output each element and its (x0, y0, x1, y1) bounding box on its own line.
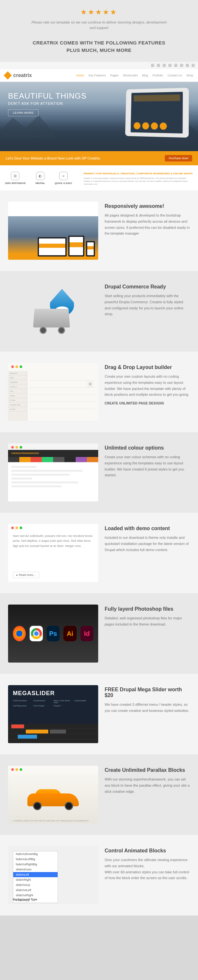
hero-image: BEAUTIFUL THINGS DON'T ASK FOR ATTENTION… (0, 82, 198, 151)
hero-heading: BEAUTIFUL THINGS (8, 92, 87, 100)
timeline (8, 724, 98, 743)
feature-commerce: Drupal Commerce Ready Start selling your… (0, 271, 198, 352)
feature-title: FREE Drupal Mega Slider worth $20 (105, 687, 190, 698)
bg-type-label: Background Type (13, 898, 37, 901)
feature-extra: CREATE UNLIMITED PAGE DESIGNS (105, 401, 190, 405)
feature-mega-slider: MEGASLIDER CSS3 AnimationCrossbrowserEas… (0, 674, 198, 754)
hero-subheading: DON'T ASK FOR ATTENTION (8, 102, 87, 105)
cms-logo: CMSSUPERHEROES (8, 450, 98, 457)
feature-desc: Detailed, well organised photoshop files… (105, 615, 190, 627)
logo-text: creatrix (13, 73, 32, 78)
feature-title: Responsively awesome! (105, 204, 190, 209)
rating-stars: ★★★★★ (6, 8, 192, 16)
main-title: CREATRIX COMES WITH THE FOLLOWING FEATUR… (0, 36, 198, 62)
indesign-icon: Id (81, 626, 93, 641)
color-swatches (8, 457, 98, 462)
feature-title: Unlimted colour options (105, 445, 190, 451)
illustrator-icon: Ai (63, 626, 76, 641)
page-header: ★★★★★ Please rate our template so we can… (0, 0, 198, 36)
feature-animated-blocks: fadeOutDownBig fadeOutLeftBig fadeOutRig… (0, 835, 198, 916)
feature-desc: All pages designed & developed to the bo… (105, 212, 190, 237)
feature-icon-drupal: ◐ DRUPAL (35, 172, 45, 186)
megaslider-title: MEGASLIDER (13, 690, 55, 697)
feature-demo-content: Nam sed dui sollicitudin, posuere nisl n… (0, 513, 198, 593)
cta-bar: Let's Give Your Website a Brand New Look… (0, 151, 198, 165)
read-more-button[interactable]: ▸ Read more... (13, 572, 39, 578)
layout-builder-preview: BlueprintTitleTemplateFaviconTopShow# Ti… (8, 363, 98, 421)
feature-title: Loaded with demo content (105, 526, 190, 531)
demo-content-preview: Nam sed dui sollicitudin, posuere nisl n… (8, 524, 98, 582)
responsive-preview (8, 202, 98, 260)
feature-desc: We have created 3 differnet menu / heade… (105, 702, 190, 713)
nav-links: HomeKey FeaturesPagesShortcodesBlogPortf… (76, 74, 193, 77)
navbar: creatrix HomeKey FeaturesPagesShortcodes… (0, 69, 198, 82)
feature-icon-responsive: ⊞ 100% REPONSIVE (5, 172, 26, 186)
feature-title: Drupal Commerce Ready (105, 284, 190, 290)
feature-layout-builder: BlueprintTitleTemplateFaviconTopShow# Ti… (0, 352, 198, 432)
perfect-title: PERFECT FOR INDIVIDUALS, CREATIVES, CORP… (84, 172, 193, 175)
feature-colour-options: CMSSUPERHEROES Unlimted colour options C… (0, 432, 198, 513)
below-hero: ⊞ 100% REPONSIVE ◐ DRUPAL ➢ QUICK & EASY… (0, 165, 198, 191)
cart-icon (33, 309, 70, 328)
perfect-desc: Creatrix is a stunning creative, drupal … (84, 177, 193, 186)
feature-desc: Create your own custom layouts with no c… (105, 374, 190, 398)
lorem-text: Nam sed dui sollicitudin, posuere nisl n… (13, 534, 93, 549)
feature-desc: Create your own colour schemes with no c… (105, 454, 190, 478)
feature-responsive: Responsively awesome! All pages designed… (0, 191, 198, 271)
feature-title: Control Animated Blocks (105, 848, 190, 854)
car-icon (24, 788, 82, 810)
megaslider-preview: MEGASLIDER CSS3 AnimationCrossbrowserEas… (8, 685, 98, 743)
photoshop-icon: Ps (47, 626, 60, 641)
purchase-button[interactable]: Purchase Now! (165, 155, 192, 161)
photoshop-preview: Ps Ai Id (8, 605, 98, 663)
cta-text: Let's Give Your Website a Brand New Look… (6, 156, 101, 160)
feature-icon-quick: ➢ QUICK & EASY (55, 172, 72, 186)
colour-preview: CMSSUPERHEROES (8, 444, 98, 501)
chrome-icon (30, 626, 43, 641)
feature-photoshop: Ps Ai Id Fully layerd Photoshop files De… (0, 593, 198, 674)
feature-desc: Give your cusotmers the ultimate viewing… (105, 857, 190, 881)
parallax-captions: ULTIMATE LIFESTYLE FOR THE STYLISH MAN C… (13, 819, 89, 822)
feature-title: Create Unlimited Parallax Blocks (105, 767, 190, 773)
tablet-mockup (125, 88, 189, 138)
parallax-preview: ULTIMATE LIFESTYLE FOR THE STYLISH MAN C… (8, 766, 98, 824)
logo-icon (3, 71, 11, 79)
feature-title: Fully layerd Photoshop files (105, 606, 190, 612)
feature-desc: With our stunning superheroframework, yo… (105, 776, 190, 794)
feature-desc: Included in our download is theme only i… (105, 535, 190, 553)
rate-text: Please rate our template so we can conti… (32, 20, 167, 30)
top-iconbar (0, 62, 198, 69)
commerce-icon (8, 282, 98, 340)
feature-title: Drag & Drop Layout builder (105, 364, 190, 370)
learn-more-button[interactable]: LEARN MORE (8, 109, 39, 116)
feature-parallax: ULTIMATE LIFESTYLE FOR THE STYLISH MAN C… (0, 754, 198, 835)
firefox-icon (13, 626, 26, 641)
hero-preview: creatrix HomeKey FeaturesPagesShortcodes… (0, 62, 198, 191)
animation-dropdown[interactable]: fadeOutDownBig fadeOutLeftBig fadeOutRig… (13, 851, 58, 903)
feature-desc: Start selling your products immediately … (105, 293, 190, 317)
drag-handle-icon: ⊕ (88, 382, 92, 387)
animated-blocks-preview: fadeOutDownBig fadeOutLeftBig fadeOutRig… (8, 846, 98, 904)
